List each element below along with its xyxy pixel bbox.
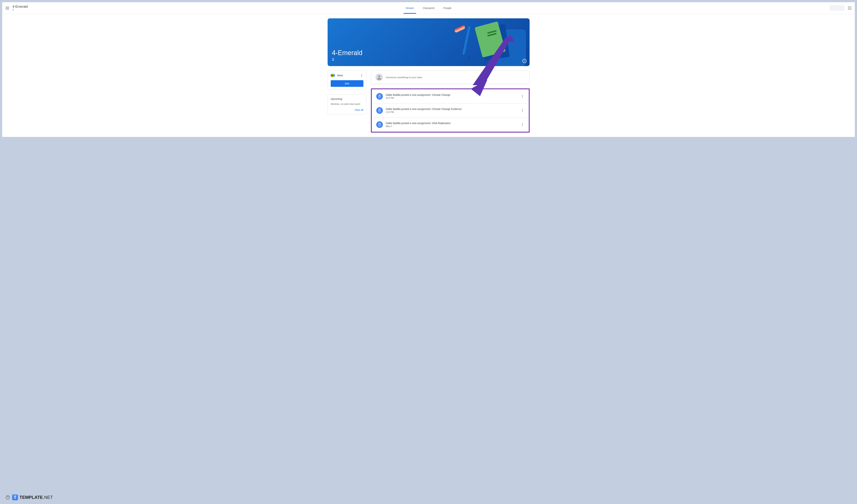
- sidebar: Meet Join Upcoming Woohoo, no work due s…: [327, 70, 367, 133]
- meet-header: Meet: [331, 74, 364, 77]
- svg-point-37: [522, 123, 523, 124]
- banner-illustration: [434, 18, 530, 66]
- svg-point-36: [522, 111, 523, 112]
- svg-point-2: [851, 6, 851, 7]
- svg-point-0: [848, 6, 849, 7]
- meet-left: Meet: [331, 74, 343, 77]
- stream-title: Dallie Badilla posted a new assignment: …: [386, 122, 518, 125]
- svg-point-35: [522, 110, 523, 111]
- header: 4-Emerald 3 Stream Classwork People: [2, 2, 855, 14]
- google-apps-icon[interactable]: [847, 6, 852, 10]
- columns: Meet Join Upcoming Woohoo, no work due s…: [327, 70, 530, 133]
- svg-point-6: [848, 9, 849, 10]
- svg-point-25: [361, 74, 362, 75]
- svg-marker-15: [468, 55, 470, 59]
- svg-rect-21: [331, 74, 332, 76]
- app-window: 4-Emerald 3 Stream Classwork People: [2, 2, 855, 137]
- svg-point-26: [361, 75, 362, 76]
- assignment-icon: [376, 121, 383, 128]
- highlight-box: Dallie Badilla posted a new assignment: …: [371, 88, 530, 133]
- header-title-block[interactable]: 4-Emerald 3: [13, 5, 28, 11]
- svg-point-1: [849, 6, 850, 7]
- view-all-link[interactable]: View all: [355, 108, 364, 111]
- assignment-icon: [376, 107, 383, 114]
- meet-icon: [331, 74, 335, 77]
- svg-marker-24: [333, 74, 335, 77]
- upcoming-card: Upcoming Woohoo, no work due soon! View …: [327, 94, 367, 115]
- stream-title: Dallie Badilla posted a new assignment: …: [386, 93, 518, 97]
- svg-point-4: [849, 8, 850, 8]
- class-banner: 4-Emerald 3: [327, 18, 530, 66]
- svg-point-5: [851, 8, 851, 8]
- assignment-icon: [376, 93, 383, 100]
- svg-point-7: [849, 9, 850, 10]
- header-tabs: Stream Classwork People: [406, 2, 451, 14]
- upcoming-text: Woohoo, no work due soon!: [331, 103, 364, 105]
- svg-point-27: [361, 76, 362, 77]
- tab-stream[interactable]: Stream: [406, 2, 414, 14]
- tab-classwork[interactable]: Classwork: [423, 2, 435, 14]
- stream-text: Dallie Badilla posted a new assignment: …: [386, 93, 518, 99]
- svg-point-33: [522, 97, 523, 98]
- stream-time: 4:07 PM: [386, 97, 518, 99]
- hamburger-menu-icon[interactable]: [5, 6, 10, 10]
- svg-point-39: [522, 125, 523, 126]
- announce-placeholder: Announce something to your class: [386, 76, 422, 79]
- view-all-wrap: View all: [331, 108, 364, 111]
- upcoming-title: Upcoming: [331, 98, 364, 100]
- stream-item[interactable]: Dallie Badilla posted a new assignment: …: [372, 89, 529, 103]
- stream-time: May 3: [386, 125, 518, 127]
- main-stream: Announce something to your class Dallie …: [371, 70, 530, 133]
- svg-point-32: [522, 96, 523, 97]
- svg-point-38: [522, 124, 523, 125]
- svg-point-34: [522, 109, 523, 110]
- header-placeholder: [830, 5, 844, 11]
- stream-text: Dallie Badilla posted a new assignment: …: [386, 107, 518, 114]
- announce-box[interactable]: Announce something to your class: [371, 70, 530, 84]
- stream-options-icon[interactable]: [521, 94, 524, 98]
- info-icon[interactable]: [522, 59, 527, 63]
- svg-point-20: [524, 60, 525, 60]
- join-button[interactable]: Join: [331, 80, 364, 87]
- stream-options-icon[interactable]: [521, 123, 524, 126]
- svg-rect-23: [332, 74, 333, 76]
- header-right: [830, 5, 852, 11]
- stream-title: Dallie Badilla posted a new assignment: …: [386, 107, 518, 110]
- svg-point-28: [378, 75, 380, 77]
- meet-options-icon[interactable]: [360, 74, 364, 77]
- stream-text: Dallie Badilla posted a new assignment: …: [386, 122, 518, 127]
- class-section: 3: [13, 8, 28, 11]
- tab-people[interactable]: People: [443, 2, 452, 14]
- stream-item[interactable]: Dallie Badilla posted a new assignment: …: [372, 118, 529, 132]
- stream-options-icon[interactable]: [521, 109, 524, 112]
- stream-item[interactable]: Dallie Badilla posted a new assignment: …: [372, 103, 529, 118]
- content: 4-Emerald 3: [327, 14, 530, 137]
- svg-point-8: [851, 9, 851, 10]
- svg-rect-14: [462, 26, 470, 55]
- meet-card: Meet Join: [327, 70, 367, 90]
- svg-point-31: [522, 95, 523, 95]
- class-name: 4-Emerald: [13, 5, 28, 8]
- user-avatar-icon: [375, 74, 383, 81]
- meet-label: Meet: [337, 74, 343, 77]
- stream-time: 2:22 PM: [386, 111, 518, 114]
- svg-point-3: [848, 8, 849, 8]
